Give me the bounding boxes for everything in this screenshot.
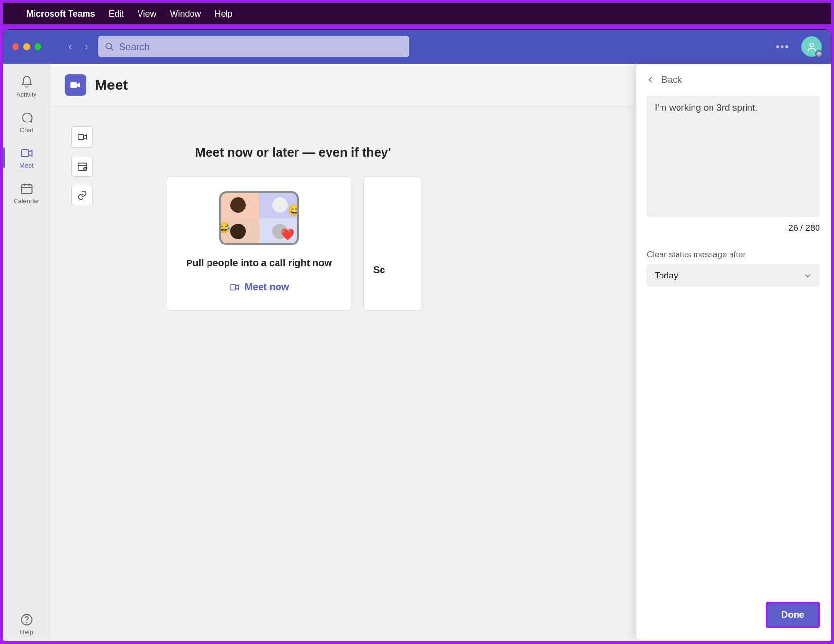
profile-avatar[interactable]: ✕ — [801, 36, 822, 57]
menubar-app-name[interactable]: Microsoft Teams — [26, 9, 95, 19]
menubar-window[interactable]: Window — [170, 9, 201, 19]
clear-after-label: Clear status message after — [647, 250, 820, 260]
meeting-link-fab[interactable] — [71, 185, 93, 206]
svg-rect-11 — [78, 135, 84, 140]
meet-now-fab[interactable] — [71, 126, 93, 148]
meet-now-button[interactable]: Meet now — [229, 281, 289, 293]
menubar-help[interactable]: Help — [214, 9, 232, 19]
more-options-button[interactable]: ••• — [771, 40, 795, 53]
search-icon — [105, 42, 114, 52]
svg-rect-10 — [70, 82, 77, 88]
nav-back-button[interactable]: ‹ — [66, 38, 75, 55]
calendar-plus-icon — [77, 161, 87, 172]
svg-point-9 — [26, 622, 27, 623]
card-title: Pull people into a call right now — [186, 258, 332, 269]
chevron-left-icon — [647, 76, 655, 84]
search-input[interactable] — [119, 41, 402, 52]
clear-after-value: Today — [655, 271, 678, 281]
svg-point-0 — [106, 43, 111, 49]
link-icon — [77, 190, 87, 201]
nav-forward-button[interactable]: › — [82, 38, 91, 55]
traffic-lights — [12, 43, 41, 50]
panel-back-button[interactable]: Back — [647, 74, 820, 85]
help-icon — [20, 613, 34, 627]
bell-icon — [20, 75, 34, 89]
rail-activity-label: Activity — [17, 91, 36, 98]
done-button[interactable]: Done — [768, 604, 818, 626]
video-icon — [20, 146, 34, 160]
rail-calendar-label: Calendar — [14, 197, 39, 205]
done-button-highlight: Done — [766, 602, 820, 628]
menubar-view[interactable]: View — [138, 9, 156, 19]
meet-now-card: 😂 😄 ❤️ Pull people into a call right now… — [167, 176, 351, 311]
clear-after-select[interactable]: Today — [647, 264, 820, 287]
svg-rect-4 — [21, 185, 32, 194]
teams-window: ‹ › ••• ✕ Activity Chat — [3, 29, 831, 641]
rail-help-label: Help — [20, 628, 33, 636]
svg-line-1 — [111, 48, 113, 50]
status-message-input[interactable] — [647, 96, 820, 217]
person-icon — [806, 41, 817, 52]
schedule-meeting-fab[interactable] — [71, 156, 93, 177]
meet-illustration: 😂 😄 ❤️ — [219, 191, 299, 245]
menubar-edit[interactable]: Edit — [109, 9, 124, 19]
schedule-card-partial: Sc — [363, 176, 421, 311]
rail-chat-label: Chat — [20, 126, 33, 134]
chevron-down-icon — [803, 271, 812, 280]
page-title: Meet — [95, 77, 128, 93]
video-icon — [229, 282, 240, 293]
status-badge-icon: ✕ — [815, 50, 823, 58]
char-counter: 26 / 280 — [647, 223, 820, 233]
meet-now-button-label: Meet now — [244, 281, 289, 293]
hero-text: Meet now or later — even if they' — [167, 145, 419, 160]
close-window-button[interactable] — [12, 43, 19, 50]
rail-calendar[interactable]: Calendar — [3, 177, 50, 209]
meet-app-icon — [65, 74, 86, 96]
rail-help[interactable]: Help — [3, 608, 50, 641]
svg-point-2 — [810, 43, 813, 47]
panel-back-label: Back — [661, 74, 682, 85]
calendar-icon — [20, 182, 34, 195]
svg-rect-17 — [230, 284, 236, 290]
schedule-card-text: Sc — [373, 264, 385, 276]
app-rail: Activity Chat Meet Calendar Help — [3, 64, 50, 641]
fullscreen-window-button[interactable] — [35, 43, 41, 50]
rail-meet-label: Meet — [19, 162, 34, 169]
status-message-panel: Back 26 / 280 Clear status message after… — [636, 64, 831, 641]
rail-meet[interactable]: Meet — [3, 141, 50, 174]
main-content: Meet Meet now or later — even if they' — [50, 64, 831, 641]
chat-icon — [20, 111, 34, 124]
minimize-window-button[interactable] — [23, 43, 30, 50]
svg-rect-3 — [21, 150, 28, 157]
video-icon — [77, 132, 87, 142]
rail-activity[interactable]: Activity — [3, 70, 50, 103]
search-box[interactable] — [98, 36, 409, 57]
macos-menubar: Microsoft Teams Edit View Window Help — [3, 3, 831, 24]
rail-chat[interactable]: Chat — [3, 106, 50, 139]
window-titlebar: ‹ › ••• ✕ — [3, 30, 831, 64]
